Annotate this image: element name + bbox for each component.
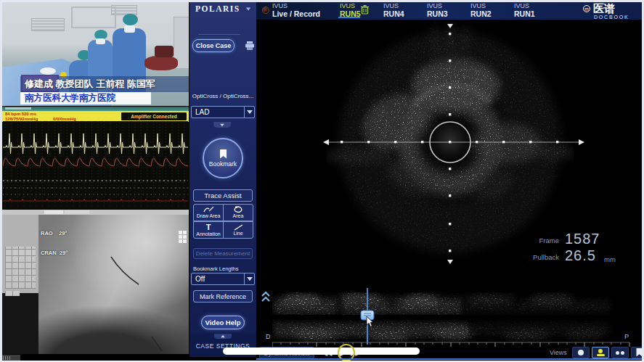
mark-reference-label: Mark Reference xyxy=(200,293,246,300)
views-label: Views xyxy=(550,349,567,356)
tab-run4[interactable]: IVUS RUN4 xyxy=(383,2,404,18)
grid-cell xyxy=(179,239,182,243)
angio-titlebar xyxy=(2,210,189,215)
bookmark-lengths-label: Bookmark Lengths xyxy=(193,266,239,272)
view-single-button[interactable] xyxy=(572,347,590,358)
vitals-hr: 84 bpm 520 ms xyxy=(5,112,36,117)
angio-tab[interactable] xyxy=(65,210,89,214)
annotation-label: Annotation xyxy=(196,231,220,237)
grid-cell xyxy=(179,231,182,234)
tab-run1-line1: IVUS xyxy=(514,2,535,9)
ecg-monitor: 84 bpm 520 ms 126/75/92mmHg 0/0/0mmHg Am… xyxy=(2,107,189,209)
pullback-label: Pullback xyxy=(521,253,559,261)
pullback-value: 26.5 xyxy=(565,247,596,264)
video-help-button[interactable]: Video Help xyxy=(201,316,245,329)
round-dish xyxy=(40,67,56,75)
face-mask xyxy=(96,38,105,44)
taskbar-icon-glyph xyxy=(3,356,10,360)
dual-view-icon xyxy=(616,351,619,355)
grid-cell xyxy=(183,235,187,239)
dual-view-icon xyxy=(621,351,624,355)
delete-measurement-label: Delete Measurement xyxy=(196,250,250,257)
draw-area-button[interactable]: Draw Area xyxy=(193,204,224,221)
close-case-button[interactable]: Close Case xyxy=(192,39,235,52)
vitals-banner: 84 bpm 520 ms 126/75/92mmHg 0/0/0mmHg Am… xyxy=(2,111,189,122)
surgical-cap xyxy=(123,14,138,25)
area-button[interactable]: Area xyxy=(223,204,253,221)
line-button[interactable]: Line xyxy=(223,221,253,239)
tab-live-record[interactable]: IVUS Live / Record xyxy=(262,2,320,18)
tab-live-line1: IVUS xyxy=(272,2,320,9)
grid-cell xyxy=(183,239,187,243)
bookmark-label: Bookmark xyxy=(209,160,237,168)
panel-collapse-tab[interactable] xyxy=(213,122,231,128)
tab-run2-line1: IVUS xyxy=(470,2,492,9)
bookmark-lengths-value: Off xyxy=(192,273,244,284)
line-label: Line xyxy=(233,231,242,236)
longitudinal-ivus-strip xyxy=(272,292,614,343)
draw-area-icon xyxy=(203,206,214,213)
view-dual-button[interactable] xyxy=(611,347,629,358)
frame-value: 1587 xyxy=(565,231,600,247)
run-tab-bar: IVUS Live / Record IVUS RUN5 IVUS RUN4 I… xyxy=(256,0,644,20)
polaris-ivus-screen: 修建成 教授团队 王前程 陈国军 南方医科大学南方医院 84 bpm 520 m… xyxy=(0,0,644,362)
amplifier-status: Amplifier Connected xyxy=(131,114,177,119)
bookmark-icon xyxy=(219,149,227,159)
amplifier-status-box: Amplifier Connected xyxy=(121,112,187,120)
circle-m-icon: m xyxy=(583,5,590,12)
trash-icon[interactable] xyxy=(361,5,369,15)
case-settings-tab[interactable] xyxy=(214,334,232,339)
catheter-label: OptiCross / OptiCross... xyxy=(191,93,255,99)
delete-measurement-button[interactable]: Delete Measurement xyxy=(193,248,253,259)
single-view-icon xyxy=(578,350,584,355)
annotation-highlight-bar xyxy=(223,347,420,355)
tab-run3-line2: RUN3 xyxy=(427,9,448,18)
layout-grid-icon[interactable] xyxy=(179,231,188,244)
proximal-label: P xyxy=(624,333,629,340)
chevron-down-icon xyxy=(246,8,250,11)
angio-tool-row[interactable] xyxy=(5,291,20,296)
record-dot-icon xyxy=(262,7,269,14)
mark-reference-button[interactable]: Mark Reference xyxy=(193,290,253,303)
wall-vent xyxy=(31,18,65,31)
draw-area-label: Draw Area xyxy=(197,213,221,219)
mouse-cursor xyxy=(366,316,375,328)
chevron-up-icon xyxy=(221,335,225,338)
collapse-strip-icon[interactable] xyxy=(261,291,270,303)
vessel-select[interactable]: LAD xyxy=(191,106,255,118)
person-view-icon xyxy=(598,349,603,353)
xray-image: RAO 29° CRAN 29° xyxy=(38,215,189,354)
tab-run3-line1: IVUS xyxy=(427,2,448,9)
view-current-button[interactable] xyxy=(592,347,609,358)
angio-tool-grid[interactable] xyxy=(5,247,36,289)
tab-run4-line2: RUN4 xyxy=(383,9,404,18)
angio-tab[interactable] xyxy=(44,210,63,214)
equipment xyxy=(144,56,178,70)
ivus-cross-section-image xyxy=(327,19,574,266)
tab-run5[interactable]: IVUS RUN5 xyxy=(340,2,361,18)
chevron-down-icon xyxy=(244,273,254,284)
bookmark-lengths-select[interactable]: Off xyxy=(191,273,255,285)
projection-cran: CRAN 29° xyxy=(41,250,68,256)
projection-angles: RAO 29° CRAN 29° xyxy=(41,217,68,269)
face-mask xyxy=(124,25,135,33)
tab-run1[interactable]: IVUS RUN1 xyxy=(514,2,535,18)
app-title[interactable]: POLARIS xyxy=(195,4,251,13)
tab-run2[interactable]: IVUS RUN2 xyxy=(470,2,492,18)
vessel-select-value: LAD xyxy=(192,107,244,118)
bookmark-button[interactable]: Bookmark xyxy=(203,138,243,178)
grid-cell xyxy=(183,231,187,234)
annotation-icon: T xyxy=(206,223,211,231)
ecg-traces xyxy=(3,121,188,208)
frame-label: Frame xyxy=(526,236,559,244)
tab-live-line2: Live / Record xyxy=(272,9,320,18)
or-camera-feed: 修建成 教授团队 王前程 陈国军 南方医科大学南方医院 xyxy=(2,2,189,106)
line-icon xyxy=(234,224,243,231)
tab-run3[interactable]: IVUS RUN3 xyxy=(427,2,448,18)
tab-run1-line2: RUN1 xyxy=(514,9,535,18)
printer-icon[interactable] xyxy=(245,41,255,51)
close-case-label: Close Case xyxy=(196,42,232,49)
annotation-button[interactable]: T Annotation xyxy=(193,221,224,239)
trace-assist-button[interactable]: Trace Assist xyxy=(193,189,253,202)
logo-sub: DOCBOOK xyxy=(594,15,629,20)
